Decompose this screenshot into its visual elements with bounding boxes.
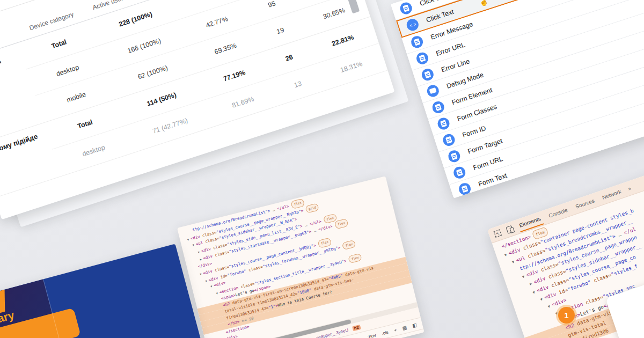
promo-image: February bbox=[0, 244, 208, 338]
doc-icon bbox=[415, 50, 430, 65]
ga-funnel-panel: Abandonment rate 114 50% Abandonment rat… bbox=[0, 0, 395, 219]
gtm-variables-panel: Click URL< >Click Text☝Error MessageErro… bbox=[391, 0, 644, 198]
gtm-variable-label: Form ID bbox=[462, 124, 487, 138]
classes-button[interactable]: .cls bbox=[381, 329, 389, 336]
gtm-variable-list: Click URL< >Click Text☝Error MessageErro… bbox=[391, 0, 644, 198]
doc-icon bbox=[420, 67, 435, 82]
code-icon: < > bbox=[405, 17, 420, 32]
gtm-variable-label: Form Text bbox=[477, 172, 508, 188]
doc-icon bbox=[441, 133, 456, 148]
hover-state-button[interactable]: :hov bbox=[367, 332, 377, 338]
more-tabs-icon[interactable]: » bbox=[627, 185, 632, 191]
computed-grid-icon[interactable]: ▦ bbox=[401, 325, 407, 331]
doc-icon bbox=[436, 116, 451, 131]
doc-icon bbox=[409, 34, 425, 49]
collage-stage: Abandonment rate 114 50% Abandonment rat… bbox=[0, 0, 644, 338]
new-style-rule-button[interactable]: + bbox=[393, 327, 397, 333]
inspect-element-icon[interactable]: ↖ bbox=[494, 229, 502, 237]
doc-icon bbox=[431, 100, 446, 115]
dock-side-icon[interactable]: ◧ bbox=[412, 322, 418, 328]
debug-icon bbox=[426, 83, 441, 98]
hand-cursor-icon: ☝ bbox=[478, 0, 489, 8]
breadcrumb-item-selected[interactable]: h2 bbox=[352, 325, 361, 331]
doc-icon bbox=[447, 149, 462, 164]
annotation-badge-1: 1 bbox=[558, 307, 575, 324]
css-source-link[interactable]: …0e8a7.css:1 bbox=[392, 335, 420, 338]
doc-icon bbox=[399, 1, 414, 16]
code-icon: < > bbox=[463, 197, 478, 198]
promo-left-zone: February bbox=[0, 279, 76, 338]
device-toolbar-icon[interactable] bbox=[506, 225, 514, 233]
doc-icon bbox=[457, 181, 472, 196]
devtools-elements-panel: ttp://schema.org/BreadcrumbList"> … </ul… bbox=[177, 176, 425, 338]
doc-icon bbox=[452, 165, 467, 180]
